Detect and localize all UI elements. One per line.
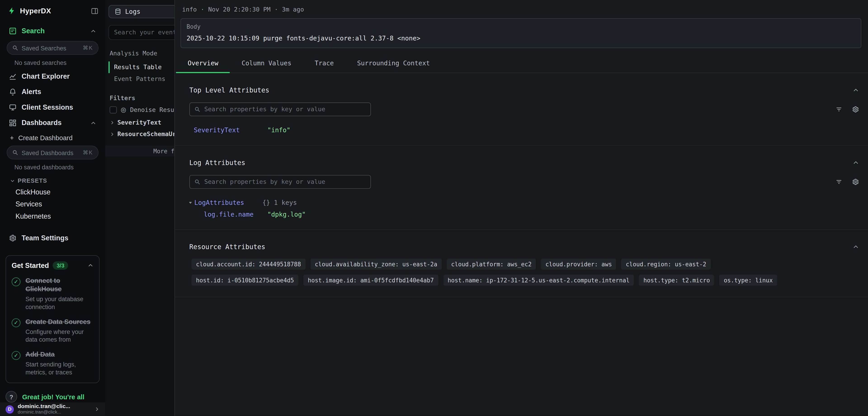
presets-label: PRESETS <box>18 177 47 184</box>
chevron-right-icon <box>110 132 115 137</box>
chart-icon <box>9 72 17 80</box>
filter-group-label: SeverityText <box>117 119 161 126</box>
attribute-tree-root[interactable]: LogAttributes {} 1 keys <box>194 199 859 206</box>
get-started-progress-badge: 3/3 <box>53 261 68 270</box>
filter-lines-icon[interactable] <box>835 106 843 113</box>
resource-pill[interactable]: cloud.provider: aws <box>541 259 616 270</box>
sidebar-item-search[interactable]: Search <box>5 24 99 38</box>
filter-lines-icon[interactable] <box>835 178 843 186</box>
chevron-up-icon[interactable] <box>852 159 859 166</box>
chevron-up-icon[interactable] <box>90 28 96 34</box>
source-selector-button[interactable]: Logs <box>108 5 174 18</box>
section-title: Resource Attributes <box>189 243 266 251</box>
get-started-item-title: Add Data <box>26 351 91 359</box>
sidebar-item-label: Alerts <box>22 88 41 96</box>
bell-icon <box>9 88 17 96</box>
get-started-item-desc: Start sending logs, metrics, or traces <box>26 361 94 376</box>
resource-pill[interactable]: cloud.platform: aws_ec2 <box>447 259 536 270</box>
chevron-right-icon <box>94 407 99 412</box>
attribute-key[interactable]: SeverityText <box>194 126 268 134</box>
tab-overview[interactable]: Overview <box>176 55 230 73</box>
sidebar: HyperDX Search Saved Searches ⌘K No save… <box>0 0 105 416</box>
denoise-checkbox[interactable] <box>110 106 117 114</box>
chevron-up-icon[interactable] <box>852 87 859 93</box>
user-menu[interactable]: D dominic.tran@clic... dominic.tran@clic… <box>0 403 105 416</box>
sidebar-item-team-settings[interactable]: Team Settings <box>5 231 99 245</box>
event-search-input[interactable]: Search your event <box>108 25 174 40</box>
attribute-value[interactable]: "info" <box>268 126 290 134</box>
saved-searches-input[interactable]: Saved Searches ⌘K <box>6 41 98 55</box>
user-names: dominic.tran@clic... dominic.tran@click.… <box>18 404 70 415</box>
filters-label: Filters <box>110 95 175 102</box>
get-started-item-desc: Set up your database connection <box>26 295 94 310</box>
section-title: Top Level Attributes <box>189 86 270 94</box>
sidebar-item-clickhouse[interactable]: ClickHouse <box>5 186 99 198</box>
resource-pill[interactable]: os.type: linux <box>719 275 777 286</box>
tab-surrounding-context[interactable]: Surrounding Context <box>345 55 441 73</box>
event-body-card: Body 2025-10-22 10:15:09 purge fonts-dej… <box>180 18 861 48</box>
attribute-key[interactable]: LogAttributes <box>194 199 262 206</box>
body-label: Body <box>186 23 855 30</box>
sidebar-item-label: Client Sessions <box>22 103 73 111</box>
attribute-row: log.file.name "dpkg.log" <box>194 210 859 218</box>
mode-event-patterns[interactable]: Event Patterns <box>108 73 174 85</box>
saved-dashboards-input[interactable]: Saved Dashboards ⌘K <box>6 146 98 159</box>
sidebar-item-client-sessions[interactable]: Client Sessions <box>5 100 99 115</box>
denoise-results-row: Denoise Results <box>110 106 175 114</box>
chevron-up-icon[interactable] <box>88 263 94 269</box>
logo-row: HyperDX <box>5 5 99 15</box>
get-started-item[interactable]: ✓ Connect to ClickHouse Set up your data… <box>11 277 93 310</box>
gear-icon <box>9 234 17 242</box>
get-started-item-title: Create Data Sources <box>26 318 91 326</box>
shortcut-badge: ⌘K <box>83 149 93 155</box>
sidebar-item-kubernetes[interactable]: Kubernetes <box>5 211 99 222</box>
sidebar-item-dashboards[interactable]: Dashboards <box>5 116 99 130</box>
resource-pill[interactable]: host.image.id: ami-0f5fcdfbd140e4ab7 <box>303 275 438 286</box>
resource-pill[interactable]: cloud.account.id: 244449518788 <box>191 259 305 270</box>
attribute-row: SeverityText "info" <box>194 126 859 134</box>
property-search[interactable] <box>189 175 371 189</box>
get-started-item[interactable]: ✓ Add Data Start sending logs, metrics, … <box>11 351 93 376</box>
resource-pill[interactable]: host.id: i-0510b81275acbe4d5 <box>191 275 298 286</box>
attribute-key[interactable]: log.file.name <box>204 210 268 218</box>
chevron-up-icon[interactable] <box>852 244 859 250</box>
search-icon <box>12 45 18 51</box>
sidebar-item-label: Search <box>22 27 45 35</box>
property-search-input[interactable] <box>204 106 366 113</box>
event-header: info · Nov 20 2:20:30 PM · 3m ago <box>175 0 868 13</box>
attribute-value[interactable]: "dpkg.log" <box>268 210 306 218</box>
filter-group-resourceschemaurl[interactable]: ResourceSchemaUrl <box>108 127 174 139</box>
detail-tabs: Overview Column Values Trace Surrounding… <box>175 55 868 73</box>
check-circle-icon: ✓ <box>11 319 20 327</box>
property-search-input[interactable] <box>204 178 366 186</box>
more-filters-button[interactable]: More filters <box>105 146 174 157</box>
resource-pill[interactable]: cloud.region: us-east-2 <box>621 259 711 270</box>
get-started-item[interactable]: ✓ Create Data Sources Configure where yo… <box>11 318 93 344</box>
avatar: D <box>5 405 14 413</box>
sidebar-item-services[interactable]: Services <box>5 199 99 210</box>
caret-down-icon <box>188 201 193 205</box>
search-icon <box>194 179 200 185</box>
chevron-up-icon[interactable] <box>90 120 96 126</box>
presets-toggle[interactable]: PRESETS <box>5 173 99 185</box>
filter-group-severitytext[interactable]: SeverityText <box>108 116 174 127</box>
create-dashboard-label: Create Dashboard <box>18 134 72 142</box>
sidebar-item-chart-explorer[interactable]: Chart Explorer <box>5 69 99 84</box>
tab-trace[interactable]: Trace <box>303 55 346 73</box>
property-search[interactable] <box>189 102 371 116</box>
create-dashboard-button[interactable]: + Create Dashboard <box>5 130 99 143</box>
gear-icon[interactable] <box>852 178 859 186</box>
gear-icon[interactable] <box>852 106 859 113</box>
resource-pill[interactable]: host.type: t2.micro <box>639 275 714 286</box>
tab-column-values[interactable]: Column Values <box>230 55 303 73</box>
mode-results-table[interactable]: Results Table <box>108 61 174 73</box>
collapse-sidebar-icon[interactable] <box>91 7 98 15</box>
sidebar-item-alerts[interactable]: Alerts <box>5 85 99 99</box>
resource-pill[interactable]: host.name: ip-172-31-12-5.us-east-2.comp… <box>443 275 634 286</box>
resource-pills: cloud.account.id: 244449518788 cloud.ava… <box>175 251 831 294</box>
top-level-attributes-section: Top Level Attributes <box>175 73 868 146</box>
resource-pill[interactable]: cloud.availability_zone: us-east-2a <box>310 259 442 270</box>
no-saved-searches-text: No saved searches <box>5 56 99 68</box>
help-button[interactable]: ? <box>5 391 17 403</box>
dashboard-icon <box>9 119 17 127</box>
